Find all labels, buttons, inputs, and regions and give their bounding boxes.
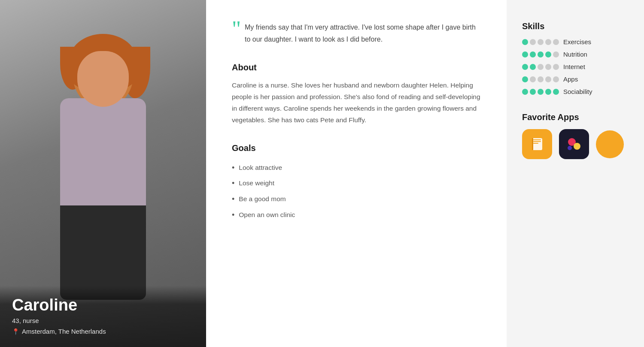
dot — [545, 39, 551, 45]
dot — [545, 51, 551, 57]
dot — [522, 64, 528, 70]
about-text: Caroline is a nurse. She loves her husba… — [232, 79, 481, 126]
book-icon — [529, 136, 545, 152]
svg-point-7 — [568, 146, 572, 150]
about-section: About Caroline is a nurse. She loves her… — [232, 63, 481, 126]
skills-section: Skills Exercises Nutrition — [522, 21, 629, 95]
skill-row-exercises: Exercises — [522, 38, 629, 45]
dot — [538, 39, 544, 45]
skill-label-exercises: Exercises — [563, 38, 591, 45]
skills-title: Skills — [522, 21, 629, 31]
skill-row-apps: Apps — [522, 75, 629, 83]
skill-dots-internet — [522, 64, 559, 70]
dot — [545, 89, 551, 95]
list-item: Lose weight — [232, 175, 481, 191]
svg-point-6 — [574, 143, 580, 150]
skill-dots-apps — [522, 76, 559, 82]
dot — [530, 76, 536, 82]
app-icon-dark[interactable] — [559, 129, 589, 159]
goals-title: Goals — [232, 143, 481, 153]
app-icon-orange[interactable] — [596, 130, 624, 158]
skill-row-sociability: Sociability — [522, 88, 629, 95]
goals-section: Goals Look attractive Lose weight Be a g… — [232, 143, 481, 223]
dot — [530, 89, 536, 95]
main-content-panel: " My friends say that I'm very attractiv… — [206, 0, 507, 347]
quote-text: My friends say that I'm very attractive.… — [240, 21, 481, 45]
dot — [545, 76, 551, 82]
svg-rect-1 — [533, 139, 541, 140]
dot — [545, 64, 551, 70]
skill-label-nutrition: Nutrition — [563, 51, 587, 58]
list-item: Open an own clinic — [232, 207, 481, 223]
dot — [530, 51, 536, 57]
skill-dots-sociability — [522, 89, 559, 95]
goals-list: Look attractive Lose weight Be a good mo… — [232, 160, 481, 223]
dot — [538, 64, 544, 70]
dot — [522, 89, 528, 95]
skill-dots-exercises — [522, 39, 559, 45]
dot — [530, 39, 536, 45]
dot — [553, 89, 559, 95]
apps-row — [522, 129, 629, 159]
svg-rect-4 — [532, 138, 533, 150]
profile-info-overlay: Caroline 43, nurse 📍 Amsterdam, The Neth… — [0, 286, 206, 347]
dot — [553, 64, 559, 70]
quote-section: " My friends say that I'm very attractiv… — [232, 21, 481, 45]
app-icon-books[interactable] — [522, 129, 552, 159]
fav-apps-title: Favorite Apps — [522, 112, 629, 122]
location-text: Amsterdam, The Netherlands — [22, 328, 106, 335]
person-location: 📍 Amsterdam, The Netherlands — [12, 328, 194, 335]
dot — [522, 39, 528, 45]
location-icon: 📍 — [12, 328, 19, 335]
svg-rect-3 — [533, 143, 538, 144]
about-title: About — [232, 63, 481, 72]
skill-label-apps: Apps — [563, 75, 578, 83]
quote-mark: " — [232, 18, 241, 40]
dot — [530, 64, 536, 70]
dot — [538, 76, 544, 82]
list-item: Look attractive — [232, 160, 481, 176]
skill-label-sociability: Sociability — [563, 88, 592, 95]
dot — [538, 89, 544, 95]
person-name: Caroline — [12, 296, 194, 314]
dark-app-icon — [563, 133, 585, 155]
person-age-role: 43, nurse — [12, 317, 194, 324]
skill-row-internet: Internet — [522, 63, 629, 70]
dot — [538, 51, 544, 57]
dot — [553, 76, 559, 82]
skill-row-nutrition: Nutrition — [522, 51, 629, 58]
dot — [553, 51, 559, 57]
skill-label-internet: Internet — [563, 63, 585, 70]
list-item: Be a good mom — [232, 191, 481, 207]
svg-rect-2 — [533, 141, 541, 142]
right-panel: Skills Exercises Nutrition — [507, 0, 644, 347]
favorite-apps-section: Favorite Apps — [522, 112, 629, 159]
person-illustration — [30, 38, 176, 296]
dot — [553, 39, 559, 45]
profile-photo-panel: Caroline 43, nurse 📍 Amsterdam, The Neth… — [0, 0, 206, 347]
dot — [522, 76, 528, 82]
dot — [522, 51, 528, 57]
skill-dots-nutrition — [522, 51, 559, 57]
